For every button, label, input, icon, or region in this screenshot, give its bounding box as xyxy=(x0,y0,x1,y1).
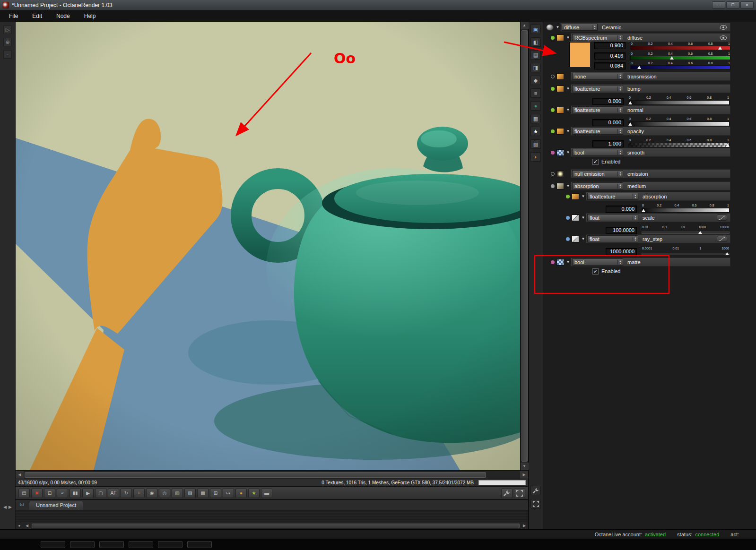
material-pick-icon[interactable]: ◎ xyxy=(159,489,170,498)
matte-checkbox[interactable]: ✓ xyxy=(592,268,599,275)
matte-type-dropdown[interactable]: bool ▲▼ xyxy=(572,258,623,266)
render-target-icon[interactable]: ▣ xyxy=(530,25,541,34)
absorption-type-dropdown[interactable]: floattexture ▲▼ xyxy=(587,193,638,200)
panel-expand-icon[interactable] xyxy=(530,499,541,508)
opacity-value-input[interactable]: 1.000 xyxy=(592,140,624,147)
menu-file[interactable]: File xyxy=(2,11,25,21)
medium-type-dropdown[interactable]: absorption ▲▼ xyxy=(572,182,623,189)
render-viewport[interactable] xyxy=(16,22,520,470)
region-render-icon[interactable]: ▧ xyxy=(172,489,183,498)
pause-render-icon[interactable]: ▮▮ xyxy=(70,489,81,498)
viewport-vscrollbar[interactable]: ▲ ▼ xyxy=(520,22,528,470)
material-ball-icon[interactable]: ● xyxy=(235,489,247,498)
collapse-arrow-icon[interactable]: ▼ xyxy=(565,260,571,264)
af-lock-icon[interactable]: AF xyxy=(108,489,119,498)
visibility-eye-icon[interactable] xyxy=(720,35,727,40)
material-name-label[interactable]: Ceramic xyxy=(602,25,720,30)
red-slider[interactable] xyxy=(630,46,730,50)
whitebalance-pick-icon[interactable]: ◉ xyxy=(146,489,157,498)
fullscreen-icon[interactable] xyxy=(514,489,525,498)
resume-render-icon[interactable]: ▶ xyxy=(82,489,94,498)
green-value-input[interactable]: 0.416 xyxy=(594,52,626,60)
kernel-icon[interactable]: ◆ xyxy=(530,76,541,85)
taskbar-item[interactable] xyxy=(70,541,95,548)
ray-step-slider[interactable] xyxy=(642,253,730,255)
select-tool-icon[interactable]: ▷ xyxy=(3,26,12,34)
ray-step-value-input[interactable]: 1000.0000 xyxy=(606,248,637,255)
subsample-icon[interactable]: ▩ xyxy=(197,489,209,498)
taskbar-item[interactable] xyxy=(129,541,153,548)
save-image-icon[interactable]: ▤ xyxy=(18,489,30,498)
nav-left-icon[interactable]: ◀ xyxy=(3,505,7,509)
display-mode-icon[interactable]: ▢ xyxy=(95,489,106,498)
smooth-type-dropdown[interactable]: bool ▲▼ xyxy=(572,149,623,156)
panel-wrench-icon[interactable] xyxy=(530,486,541,495)
vscroll-thumb[interactable] xyxy=(521,30,528,462)
collapse-arrow-icon[interactable]: ▼ xyxy=(581,237,586,241)
viewport-hscrollbar[interactable]: ◀ ▶ xyxy=(16,470,528,479)
scroll-right-icon[interactable]: ▶ xyxy=(520,471,528,479)
collapse-arrow-icon[interactable]: ▼ xyxy=(581,215,586,220)
menu-edit[interactable]: Edit xyxy=(25,11,49,21)
collapse-arrow-icon[interactable]: ▼ xyxy=(565,35,571,40)
collapse-arrow-icon[interactable]: ▼ xyxy=(565,86,571,91)
emission-type-dropdown[interactable]: null emission ▲▼ xyxy=(572,170,623,177)
maximize-button[interactable]: □ xyxy=(726,1,739,9)
bump-value-input[interactable]: 0.000 xyxy=(592,98,624,105)
color-swatch[interactable] xyxy=(569,42,591,68)
restart-render-icon[interactable]: « xyxy=(57,489,68,498)
bump-type-dropdown[interactable]: floattexture ▲▼ xyxy=(572,85,623,92)
visibility-eye-icon[interactable] xyxy=(720,25,727,30)
pan-tool-icon[interactable]: ⊕ xyxy=(3,38,12,46)
imager-icon[interactable]: ◨ xyxy=(530,63,541,72)
normal-type-dropdown[interactable]: floattexture ▲▼ xyxy=(572,106,623,113)
response-curve-button[interactable] xyxy=(717,236,727,242)
layers-icon[interactable]: ≡ xyxy=(530,88,541,98)
graph-scroll-right-icon[interactable]: ▶ xyxy=(521,523,528,529)
scale-slider[interactable] xyxy=(642,232,730,234)
alpha-checker-icon[interactable]: ▨ xyxy=(184,489,196,498)
normal-value-input[interactable]: 0.000 xyxy=(592,119,624,126)
graph-scroll-thumb[interactable] xyxy=(32,524,520,528)
minimize-button[interactable]: — xyxy=(712,1,725,9)
environment-icon[interactable]: ▤ xyxy=(530,50,541,60)
close-button[interactable]: × xyxy=(740,1,754,9)
fit-viewport-icon[interactable]: ⊡ xyxy=(44,489,55,498)
material-type-dropdown[interactable]: diffuse ▲▼ xyxy=(562,24,598,31)
response-curve-button[interactable] xyxy=(717,215,727,221)
opacity-slider[interactable] xyxy=(628,143,730,147)
smooth-checkbox[interactable]: ✓ xyxy=(592,159,599,165)
camera-icon[interactable]: ◧ xyxy=(530,37,541,47)
medium-icon[interactable]: ● xyxy=(530,101,541,111)
absorption-slider[interactable] xyxy=(642,208,730,213)
graph-scroll-left-icon[interactable]: ◀ xyxy=(23,523,31,529)
collapse-arrow-icon[interactable]: ▼ xyxy=(565,129,571,133)
graph-home-icon[interactable]: ● xyxy=(16,523,23,529)
menu-node[interactable]: Node xyxy=(49,11,77,21)
taskbar-item[interactable] xyxy=(187,541,212,548)
nav-right-icon[interactable]: ▶ xyxy=(9,505,12,509)
clay-mode-icon[interactable]: ⊞ xyxy=(210,489,221,498)
taskbar-item[interactable] xyxy=(99,541,124,548)
graph-hscrollbar[interactable]: ● ◀ ▶ xyxy=(16,522,528,529)
green-slider[interactable] xyxy=(630,56,730,60)
diffuse-type-dropdown[interactable]: RGBspectrum ▲▼ xyxy=(572,34,623,41)
collapse-arrow-icon[interactable]: ▼ xyxy=(565,108,571,112)
taskbar-item[interactable] xyxy=(41,541,65,548)
node-graph-canvas[interactable] xyxy=(16,510,528,522)
render-settings-wrench-icon[interactable] xyxy=(501,489,513,498)
blue-value-input[interactable]: 0.084 xyxy=(594,62,626,69)
bump-slider[interactable] xyxy=(628,100,730,105)
opacity-type-dropdown[interactable]: floattexture ▲▼ xyxy=(572,128,623,135)
scroll-down-icon[interactable]: ▼ xyxy=(521,463,529,470)
collapse-arrow-icon[interactable]: ▼ xyxy=(565,150,571,155)
paint-material-icon[interactable]: ◗ xyxy=(530,152,541,162)
scale-value-input[interactable]: 100.0000 xyxy=(606,227,637,234)
daylight-icon[interactable]: ★ xyxy=(248,489,260,498)
ray-step-type-dropdown[interactable]: float ▲▼ xyxy=(587,235,638,242)
collapse-arrow-icon[interactable]: ▼ xyxy=(581,194,586,198)
taskbar-item[interactable] xyxy=(158,541,182,548)
collapse-arrow-icon[interactable]: ▼ xyxy=(555,25,560,29)
copy-render-icon[interactable]: ↦ xyxy=(223,489,234,498)
red-value-input[interactable]: 0.900 xyxy=(594,42,626,49)
